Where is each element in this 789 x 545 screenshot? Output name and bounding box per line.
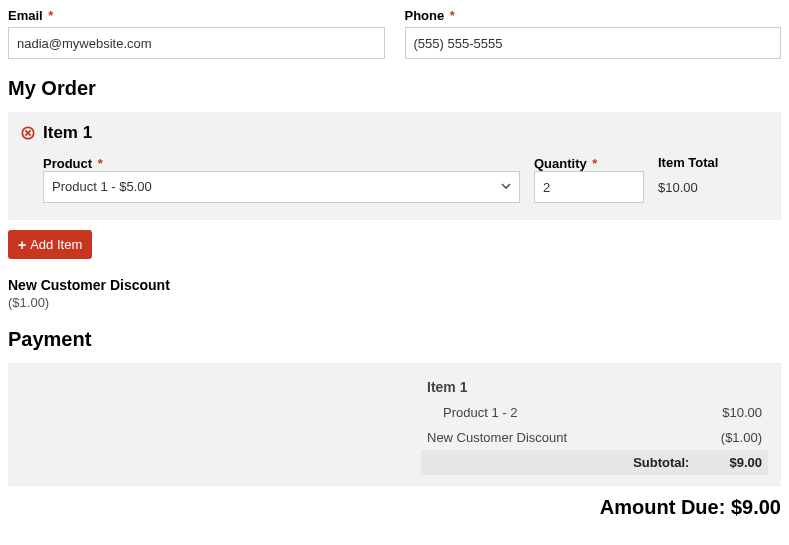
quantity-label-text: Quantity — [534, 156, 587, 171]
add-item-label: Add Item — [30, 237, 82, 252]
product-selected-text: Product 1 - $5.00 — [52, 179, 152, 194]
phone-label-text: Phone — [405, 8, 445, 23]
item-header: Item 1 — [21, 123, 768, 143]
payment-summary: Item 1 Product 1 - 2 $10.00 New Customer… — [421, 374, 768, 475]
phone-label: Phone * — [405, 8, 782, 23]
summary-discount-amount: ($1.00) — [721, 430, 762, 445]
required-marker: * — [48, 8, 53, 23]
add-item-button[interactable]: + Add Item — [8, 230, 92, 259]
quantity-label: Quantity * — [534, 156, 597, 171]
order-panel: Item 1 Product * Product 1 - $5.00 Quant… — [8, 112, 781, 220]
product-label-text: Product — [43, 156, 92, 171]
product-select[interactable]: Product 1 - $5.00 — [43, 171, 520, 203]
required-marker: * — [450, 8, 455, 23]
quantity-field-group: Quantity * — [534, 155, 644, 203]
summary-subtotal-row: Subtotal: $9.00 — [421, 450, 768, 475]
summary-line-amount: $10.00 — [722, 405, 762, 420]
summary-line-item: Product 1 - 2 $10.00 — [421, 400, 768, 425]
payment-heading: Payment — [8, 328, 781, 351]
product-label: Product * — [43, 156, 103, 171]
phone-field-group: Phone * — [405, 8, 782, 59]
email-label: Email * — [8, 8, 385, 23]
amount-due-label: Amount Due: — [600, 496, 726, 518]
email-input[interactable] — [8, 27, 385, 59]
summary-discount-label: New Customer Discount — [427, 430, 567, 445]
item-row: Product * Product 1 - $5.00 Quantity * I… — [21, 155, 768, 203]
quantity-input[interactable] — [534, 171, 644, 203]
amount-due-value: $9.00 — [731, 496, 781, 518]
discount-block: New Customer Discount ($1.00) — [8, 277, 781, 310]
amount-due: Amount Due: $9.00 — [8, 496, 781, 519]
summary-subtotal-label: Subtotal: — [427, 455, 729, 470]
order-heading: My Order — [8, 77, 781, 100]
summary-line-label: Product 1 - 2 — [443, 405, 517, 420]
item-title: Item 1 — [43, 123, 92, 143]
summary-subtotal-amount: $9.00 — [729, 455, 762, 470]
email-field-group: Email * — [8, 8, 385, 59]
summary-discount-row: New Customer Discount ($1.00) — [421, 425, 768, 450]
item-total-value: $10.00 — [658, 174, 768, 195]
email-label-text: Email — [8, 8, 43, 23]
payment-panel: Item 1 Product 1 - 2 $10.00 New Customer… — [8, 363, 781, 486]
product-field-group: Product * Product 1 - $5.00 — [43, 155, 520, 203]
item-total-group: Item Total $10.00 — [658, 155, 768, 195]
contact-row: Email * Phone * — [8, 8, 781, 59]
product-select-wrap: Product 1 - $5.00 — [43, 171, 520, 203]
remove-item-icon[interactable] — [21, 126, 35, 140]
required-marker: * — [98, 156, 103, 171]
plus-icon: + — [18, 238, 26, 252]
discount-amount: ($1.00) — [8, 295, 781, 310]
item-total-label: Item Total — [658, 155, 768, 170]
summary-item-heading: Item 1 — [421, 374, 768, 400]
phone-input[interactable] — [405, 27, 782, 59]
discount-title: New Customer Discount — [8, 277, 781, 293]
required-marker: * — [592, 156, 597, 171]
